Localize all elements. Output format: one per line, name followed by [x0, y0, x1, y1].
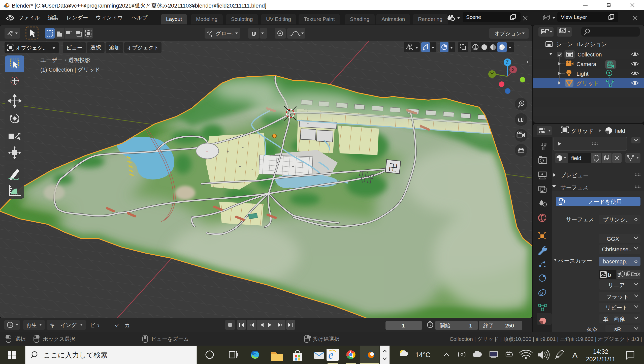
svg-text:1: 1: [469, 323, 472, 328]
svg-text:sR: sR: [614, 326, 621, 332]
svg-text:Light: Light: [576, 71, 589, 77]
svg-text:グロー..: グロー..: [216, 31, 235, 36]
svg-text:ノードを使用: ノードを使用: [588, 199, 622, 205]
svg-text:ボックス選択: ボックス選択: [43, 336, 75, 342]
svg-text:投げ縄選択: 投げ縄選択: [313, 336, 340, 342]
svg-text:プリンシ..: プリンシ..: [603, 217, 629, 223]
svg-text:シーンコレクション: シーンコレクション: [556, 41, 607, 47]
svg-text:選択: 選択: [15, 336, 26, 342]
svg-text:卍: 卍: [389, 162, 398, 172]
svg-text:basemap..: basemap..: [603, 258, 629, 265]
svg-text:250: 250: [505, 323, 514, 328]
svg-text:b: b: [608, 272, 611, 278]
svg-text:Y: Y: [490, 71, 494, 77]
svg-text:Z: Z: [506, 59, 509, 65]
svg-text:マーカー: マーカー: [114, 322, 135, 328]
svg-text:Collection | グリッド | 頂点:10,000: Collection | グリッド | 頂点:10,000 | 面:9,801 …: [449, 336, 642, 342]
svg-text:14°C: 14°C: [415, 351, 430, 359]
svg-text:field: field: [571, 155, 581, 161]
svg-text:ビュー: ビュー: [90, 322, 106, 328]
svg-text:フラット: フラット: [606, 294, 629, 300]
svg-text:サーフェス: サーフェス: [566, 216, 594, 223]
svg-text:開始: 開始: [440, 323, 450, 328]
svg-text:オプション: オプション: [494, 31, 521, 36]
svg-text:3: 3: [617, 272, 620, 278]
svg-text:リニア: リニア: [608, 282, 625, 288]
svg-text:プレビュー: プレビュー: [560, 172, 589, 178]
svg-text:リピート: リピート: [605, 305, 628, 311]
svg-text:単一画像: 単一画像: [603, 316, 625, 322]
svg-text:サーフェス: サーフェス: [560, 184, 589, 191]
svg-text:2021/11/11: 2021/11/11: [586, 356, 616, 362]
svg-text:ビューをズーム: ビューをズーム: [151, 336, 189, 342]
svg-text:field: field: [615, 128, 625, 134]
svg-text:GGX: GGX: [607, 236, 619, 242]
svg-text:Camera: Camera: [576, 61, 596, 67]
svg-text:終了: 終了: [483, 323, 494, 328]
svg-text:ベースカラー: ベースカラー: [558, 258, 592, 264]
svg-text:再生: 再生: [26, 322, 37, 328]
svg-text:色空: 色空: [587, 327, 598, 332]
svg-text:A: A: [572, 351, 577, 359]
svg-text:キーイング: キーイング: [50, 322, 77, 328]
svg-text:グリッド: グリッド: [576, 80, 599, 86]
svg-text:Christense..: Christense..: [602, 246, 631, 253]
svg-text:Collection: Collection: [577, 51, 602, 58]
svg-text:14:32: 14:32: [593, 348, 608, 355]
svg-text:グリッド: グリッド: [571, 128, 594, 134]
svg-text:1: 1: [402, 323, 405, 328]
svg-text:X: X: [511, 67, 515, 72]
svg-text:ここに入力して検索: ここに入力して検索: [43, 351, 108, 359]
